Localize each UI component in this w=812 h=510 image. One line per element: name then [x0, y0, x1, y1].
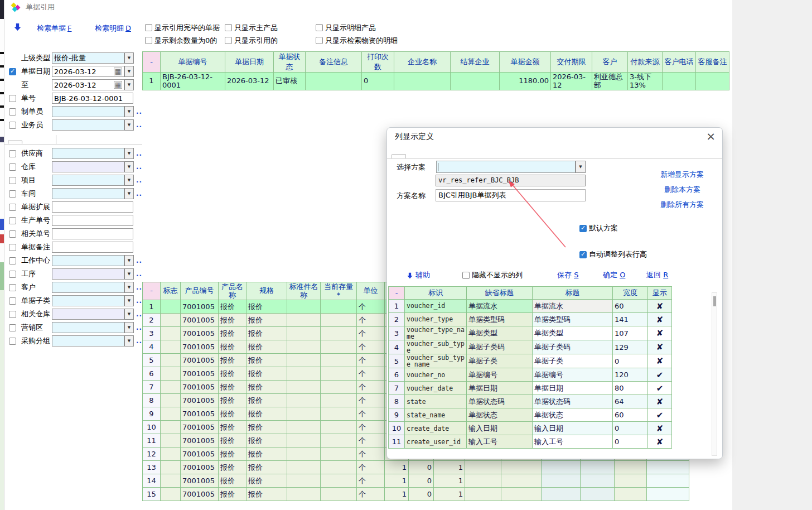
col-header[interactable]: 缺省标题	[467, 287, 533, 300]
dropdown-arrow[interactable]: ▼	[124, 309, 134, 320]
cell-std-name[interactable]	[287, 448, 321, 461]
cell-date[interactable]: 2026-03-12	[225, 73, 274, 90]
browse-dots-button[interactable]: ..	[136, 121, 142, 129]
browse-dots-button[interactable]: ..	[136, 108, 142, 116]
dropdown-arrow[interactable]: ▼	[124, 161, 134, 172]
search-docs-button[interactable]: 检索单据F	[37, 23, 71, 33]
search-details-button[interactable]: 检索明细D	[95, 23, 131, 33]
cell-field-id[interactable]: voucher_sub_type_name	[405, 354, 467, 368]
cell-flag[interactable]	[161, 327, 181, 340]
column-row[interactable]: 8 state 单据状态码 单据状态码 64 ✘	[389, 395, 672, 408]
dropdown-arrow[interactable]: ▼	[124, 188, 134, 199]
filter-input[interactable]: ▦	[52, 228, 133, 239]
filter-input[interactable]: ▦	[52, 215, 133, 226]
cell-extra[interactable]	[647, 488, 689, 501]
dialog-tab[interactable]	[419, 155, 433, 158]
cell-extra[interactable]	[501, 461, 542, 474]
cell-title[interactable]: 单据流水	[533, 300, 613, 313]
scheme-name-input[interactable]: BJC引用BJB单据列表	[436, 189, 586, 201]
cell-stock[interactable]	[321, 461, 357, 474]
cell-flag[interactable]	[161, 488, 181, 501]
cell-product-name[interactable]: 报价	[219, 354, 246, 367]
cell-default-title[interactable]: 单据日期	[467, 382, 533, 395]
browse-dots-button[interactable]: ..	[136, 297, 142, 305]
checkbox-box[interactable]	[579, 251, 587, 258]
cell-default-title[interactable]: 单据类型	[467, 326, 533, 340]
browse-dots-button[interactable]: ..	[136, 176, 142, 184]
cell-product-name[interactable]: 报价	[219, 474, 246, 488]
hide-hidden-cols-checkbox[interactable]: 隐藏不显示的列	[462, 270, 523, 280]
cell-stock[interactable]	[321, 327, 357, 340]
cell-company[interactable]	[394, 73, 451, 90]
cell-extra[interactable]	[542, 474, 581, 488]
cell-product-no[interactable]: 7001005	[181, 448, 219, 461]
dialog-tab[interactable]	[406, 155, 419, 158]
column-row[interactable]: 11 create_user_id 输入工号 输入工号 0 ✘	[389, 435, 672, 449]
toolbar-checkbox[interactable]: 只显示引用的	[225, 34, 308, 47]
dropdown-arrow[interactable]: ▼	[124, 106, 134, 117]
cell-product-name[interactable]: 报价	[219, 407, 246, 421]
cell-qty2[interactable]: 0	[409, 461, 434, 474]
cell-product-no[interactable]: 7001005	[181, 488, 219, 501]
cell-service-note[interactable]	[696, 73, 729, 90]
cell-field-id[interactable]: voucher_type	[405, 313, 467, 326]
cell-product-name[interactable]: 报价	[219, 314, 246, 327]
cell-product-no[interactable]: 7001005	[181, 300, 219, 314]
col-header[interactable]: 单据编号	[161, 52, 225, 73]
browse-dots-button[interactable]: ..	[136, 324, 142, 331]
cell-stock[interactable]	[321, 340, 357, 354]
col-header[interactable]: 企业名称	[394, 52, 451, 73]
cell-spec[interactable]: 报价	[246, 367, 287, 381]
col-header[interactable]: 单据金额	[500, 52, 551, 73]
cell-extra[interactable]	[542, 488, 581, 501]
scrollbar-thumb[interactable]	[713, 296, 716, 306]
save-button[interactable]: 保存 S	[557, 270, 578, 280]
filter-input[interactable]: BJB-26-03-12-0001▦	[52, 93, 133, 104]
cell-extra[interactable]	[647, 474, 689, 488]
cell-stock[interactable]	[321, 488, 357, 501]
checkbox-box[interactable]	[145, 37, 152, 44]
filter-input[interactable]: ▦	[52, 201, 133, 213]
col-header[interactable]: 宽度	[613, 287, 648, 300]
filter-checkbox[interactable]	[9, 311, 16, 318]
dropdown-arrow[interactable]: ▼	[124, 295, 134, 306]
add-scheme-link[interactable]: 新增显示方案	[660, 170, 704, 180]
cell-stock[interactable]	[321, 381, 357, 394]
cell-extra[interactable]	[501, 488, 542, 501]
dropdown-arrow[interactable]: ▼	[124, 119, 134, 131]
cell-width[interactable]: 60	[613, 408, 648, 422]
cell-width[interactable]: 64	[613, 395, 648, 408]
cell-unit[interactable]: 个	[357, 434, 385, 448]
filter-input[interactable]: ▦	[52, 161, 124, 172]
cell-title[interactable]: 单据状态	[533, 408, 613, 422]
cell-default-title[interactable]: 单据子类	[467, 354, 533, 368]
browse-dots-button[interactable]: ..	[136, 283, 142, 291]
filter-checkbox[interactable]	[9, 257, 16, 264]
cell-product-no[interactable]: 7001005	[181, 314, 219, 327]
filter-input[interactable]: ▦	[52, 295, 124, 306]
cell-default-title[interactable]: 输入工号	[467, 435, 533, 449]
cell-unit[interactable]: 个	[357, 448, 385, 461]
filter-input[interactable]: 2026-03-12▦	[52, 79, 124, 90]
browse-dots-button[interactable]: ..	[136, 150, 142, 157]
col-header[interactable]: 标识	[405, 287, 467, 300]
cell-title[interactable]: 单据类型	[533, 326, 613, 340]
cell-voucher-no[interactable]: BJB-26-03-12-0001	[161, 73, 225, 90]
cell-stock[interactable]	[321, 314, 357, 327]
cell-deliver-date[interactable]: 2026-03-12	[551, 73, 592, 90]
dialog-scrollbar[interactable]	[712, 292, 717, 456]
cell-visible-toggle[interactable]: ✔	[648, 408, 672, 422]
cell-title[interactable]: 输入工号	[533, 435, 613, 449]
cell-qty3[interactable]: 1	[434, 461, 465, 474]
filter-checkbox[interactable]	[9, 217, 16, 224]
cell-std-name[interactable]	[287, 434, 321, 448]
filter-checkbox[interactable]	[9, 95, 16, 102]
cell-spec[interactable]: 报价	[246, 488, 287, 501]
cell-flag[interactable]	[161, 367, 181, 381]
checkbox-box[interactable]	[316, 24, 323, 31]
cell-extra[interactable]	[501, 474, 542, 488]
cell-field-id[interactable]: create_user_id	[405, 435, 467, 449]
back-button[interactable]: 返回 R	[646, 270, 668, 280]
corner-header[interactable]: -	[143, 52, 161, 73]
dropdown-arrow[interactable]: ▼	[124, 175, 134, 186]
